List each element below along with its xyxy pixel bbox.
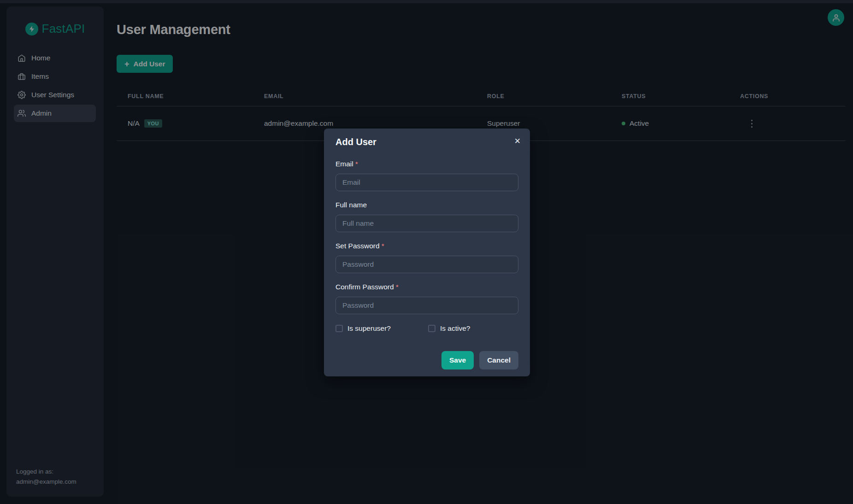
checkbox-icon — [428, 325, 435, 332]
add-user-modal: Add User ✕ Email* Full name Set Password… — [324, 129, 530, 376]
is-superuser-label: Is superuser? — [347, 324, 391, 333]
set-password-field-group: Set Password* — [335, 241, 518, 273]
checkbox-row: Is superuser? Is active? — [335, 324, 518, 333]
close-icon[interactable]: ✕ — [512, 135, 524, 148]
email-field[interactable] — [335, 174, 518, 191]
email-field-group: Email* — [335, 159, 518, 191]
full-name-label: Full name — [335, 201, 367, 209]
required-marker: * — [355, 160, 358, 168]
set-password-field[interactable] — [335, 256, 518, 273]
confirm-password-field-group: Confirm Password* — [335, 282, 518, 314]
required-marker: * — [382, 242, 384, 250]
is-active-label: Is active? — [440, 324, 470, 333]
save-button[interactable]: Save — [441, 351, 474, 369]
modal-title: Add User — [335, 136, 518, 147]
required-marker: * — [396, 283, 399, 291]
full-name-field-group: Full name — [335, 200, 518, 232]
checkbox-icon — [335, 325, 343, 332]
modal-footer: Save Cancel — [335, 351, 518, 369]
add-user-form: Email* Full name Set Password* Confirm P… — [335, 159, 518, 369]
is-active-checkbox[interactable]: Is active? — [428, 324, 470, 333]
is-superuser-checkbox[interactable]: Is superuser? — [335, 324, 428, 333]
email-label: Email — [335, 160, 353, 168]
confirm-password-label: Confirm Password — [335, 283, 394, 291]
confirm-password-field[interactable] — [335, 297, 518, 314]
cancel-button[interactable]: Cancel — [479, 351, 518, 369]
set-password-label: Set Password — [335, 242, 380, 250]
full-name-field[interactable] — [335, 215, 518, 232]
